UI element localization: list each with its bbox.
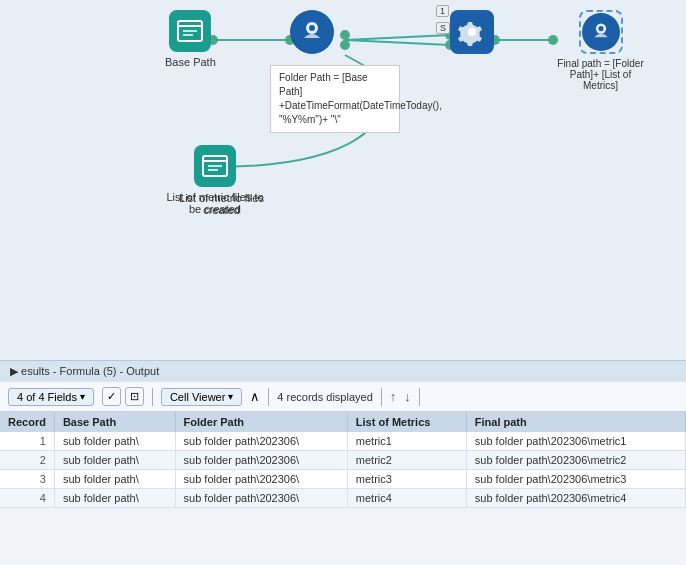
toolbar-icons: ✓ ⊡ bbox=[102, 387, 144, 406]
table-cell-r2-c2: sub folder path\ bbox=[54, 451, 175, 470]
data-table: Record Base Path Folder Path List of Met… bbox=[0, 412, 686, 508]
base-path-label: Base Path bbox=[165, 56, 216, 68]
svg-point-15 bbox=[309, 25, 315, 31]
table-cell-r4-c5: sub folder path\202306\metric4 bbox=[466, 489, 685, 508]
toolbar: 4 of 4 Fields ▾ ✓ ⊡ Cell Viewer ▾ ∧ 4 re… bbox=[0, 382, 686, 412]
table-body: 1sub folder path\sub folder path\202306\… bbox=[0, 432, 686, 508]
final-icon bbox=[579, 10, 623, 54]
metric-files-created-label: List of metric files created bbox=[164, 192, 279, 216]
sort-down-button[interactable]: ↓ bbox=[404, 389, 411, 404]
gear-icon bbox=[450, 10, 494, 54]
results-bar: ▶ esults - Formula (5) - Output bbox=[0, 360, 686, 382]
svg-point-18 bbox=[598, 26, 603, 31]
results-text: ▶ esults - Formula (5) - Output bbox=[10, 365, 159, 378]
formula-node[interactable] bbox=[290, 10, 334, 54]
fields-dropdown[interactable]: 4 of 4 Fields ▾ bbox=[8, 388, 94, 406]
divider-1 bbox=[152, 388, 153, 406]
list-metric-icon bbox=[194, 145, 236, 187]
formula-icon bbox=[290, 10, 334, 54]
svg-point-7 bbox=[340, 40, 350, 50]
table-row: 1sub folder path\sub folder path\202306\… bbox=[0, 432, 686, 451]
table-cell-r1-c2: sub folder path\ bbox=[54, 432, 175, 451]
table-cell-r3-c4: metric3 bbox=[347, 470, 466, 489]
svg-line-1 bbox=[345, 35, 450, 40]
divider-3 bbox=[381, 388, 382, 406]
table-cell-r2-c3: sub folder path\202306\ bbox=[175, 451, 347, 470]
check-icon[interactable]: ✓ bbox=[102, 387, 121, 406]
table-row: 4sub folder path\sub folder path\202306\… bbox=[0, 489, 686, 508]
col-header-base-path: Base Path bbox=[54, 412, 175, 432]
base-path-icon bbox=[169, 10, 211, 52]
data-table-area: Record Base Path Folder Path List of Met… bbox=[0, 412, 686, 508]
table-cell-r1-c1: 1 bbox=[0, 432, 54, 451]
table-cell-r1-c3: sub folder path\202306\ bbox=[175, 432, 347, 451]
divider-4 bbox=[419, 388, 420, 406]
col-header-record: Record bbox=[0, 412, 54, 432]
records-label: 4 records displayed bbox=[277, 391, 372, 403]
col-header-list-metrics: List of Metrics bbox=[347, 412, 466, 432]
table-cell-r1-c5: sub folder path\202306\metric1 bbox=[466, 432, 685, 451]
table-cell-r1-c4: metric1 bbox=[347, 432, 466, 451]
table-cell-r3-c3: sub folder path\202306\ bbox=[175, 470, 347, 489]
formula-text: Folder Path = [Base Path] +DateTimeForma… bbox=[279, 72, 442, 125]
table-cell-r4-c3: sub folder path\202306\ bbox=[175, 489, 347, 508]
table-cell-r2-c4: metric2 bbox=[347, 451, 466, 470]
table-cell-r3-c1: 3 bbox=[0, 470, 54, 489]
table-cell-r3-c5: sub folder path\202306\metric3 bbox=[466, 470, 685, 489]
base-path-node[interactable]: Base Path bbox=[165, 10, 216, 68]
table-header-row: Record Base Path Folder Path List of Met… bbox=[0, 412, 686, 432]
table-row: 3sub folder path\sub folder path\202306\… bbox=[0, 470, 686, 489]
fields-chevron-icon: ▾ bbox=[80, 391, 85, 402]
divider-2 bbox=[268, 388, 269, 406]
gear-node[interactable]: 1 S bbox=[450, 10, 494, 54]
table-cell-r4-c1: 4 bbox=[0, 489, 54, 508]
table-row: 2sub folder path\sub folder path\202306\… bbox=[0, 451, 686, 470]
svg-line-2 bbox=[345, 40, 450, 45]
formula-text-box: Folder Path = [Base Path] +DateTimeForma… bbox=[270, 65, 400, 133]
final-node-label: Final path = [Folder Path]+ [List of Met… bbox=[553, 58, 648, 91]
final-node[interactable]: Final path = [Folder Path]+ [List of Met… bbox=[553, 10, 648, 91]
col-header-final-path: Final path bbox=[466, 412, 685, 432]
table-cell-r4-c4: metric4 bbox=[347, 489, 466, 508]
table-icon[interactable]: ⊡ bbox=[125, 387, 144, 406]
sort-up-button[interactable]: ↑ bbox=[390, 389, 397, 404]
canvas-area: Base Path Folder Path = [Base Path] +Dat… bbox=[0, 0, 686, 360]
svg-point-6 bbox=[340, 30, 350, 40]
table-cell-r2-c1: 2 bbox=[0, 451, 54, 470]
table-cell-r3-c2: sub folder path\ bbox=[54, 470, 175, 489]
table-cell-r2-c5: sub folder path\202306\metric2 bbox=[466, 451, 685, 470]
filter-icon[interactable]: ∧ bbox=[250, 389, 260, 404]
cell-viewer-dropdown[interactable]: Cell Viewer ▾ bbox=[161, 388, 242, 406]
col-header-folder-path: Folder Path bbox=[175, 412, 347, 432]
cell-viewer-label: Cell Viewer bbox=[170, 391, 225, 403]
viewer-chevron-icon: ▾ bbox=[228, 391, 233, 402]
fields-label: 4 of 4 Fields bbox=[17, 391, 77, 403]
table-cell-r4-c2: sub folder path\ bbox=[54, 489, 175, 508]
